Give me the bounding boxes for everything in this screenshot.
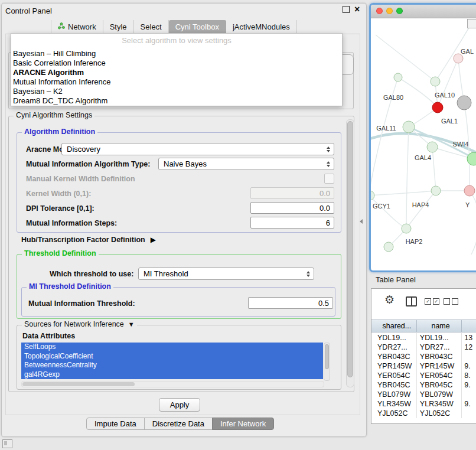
birdseye-toggle-icon[interactable] [467,19,476,28]
table-cell: YBL079W [371,390,417,399]
table-cell: YDR27... [371,343,417,352]
hub-definition-label: Hub/Transcription Factor Definition [21,236,145,244]
algorithm-definition-legend: Algorithm Definition [22,128,97,136]
bottom-tab-infer-network[interactable]: Infer Network [212,418,274,430]
network-node[interactable] [464,185,475,196]
table-row[interactable]: YBL079WYBL079W [371,390,476,399]
settings-scrollbar-thumb[interactable] [347,121,353,377]
gear-icon[interactable]: ⚙ [384,294,395,306]
table-row[interactable]: YDL19...YDL19...13 [371,333,476,343]
network-node[interactable] [431,77,440,86]
float-window-icon[interactable] [343,6,350,13]
bottom-tab-discretize-data[interactable]: Discretize Data [144,418,213,430]
table-cell: YBR043C [417,352,462,361]
attributes-vscrollbar[interactable] [324,343,330,381]
network-node[interactable] [457,96,471,110]
table-row[interactable]: YER054CYER054C8. [371,371,476,380]
attributes-hscrollbar[interactable] [21,381,324,387]
tab-cyni-toolbox[interactable]: Cyni Toolbox [169,20,226,34]
network-node-label: GAL10 [435,92,455,99]
algorithm-placeholder: Select algorithm to view settings [11,34,342,49]
tab-select[interactable]: Select [134,20,169,34]
tab-style[interactable]: Style [103,20,134,34]
attribute-item[interactable]: BetweennessCentrality [21,361,323,370]
tab-network[interactable]: Network [51,20,103,34]
bottom-tab-impute-data[interactable]: Impute Data [86,418,145,430]
network-node[interactable] [454,54,463,63]
hub-definition-expander[interactable]: Hub/Transcription Factor Definition ▶ [21,236,156,244]
network-node[interactable] [384,242,393,252]
mi-threshold-label: Mutual Information Threshold: [28,299,135,308]
minimized-panel-icon[interactable] [2,439,12,448]
table-cell: 9. [462,361,476,371]
table-cell: YBR043C [371,352,417,361]
algorithm-option[interactable]: Basic Correlation Inference [11,58,342,68]
table-row[interactable]: YLR345WYLR345W9. [371,399,476,409]
table-cell: 12 [462,343,476,352]
table-panel-title: Table Panel [376,275,416,284]
mi-threshold-legend: MI Threshold Definition [27,282,113,291]
network-node-label: HAP4 [412,201,429,208]
algorithm-option[interactable]: Dream8 DC_TDC Algorithm [11,96,342,106]
algorithm-option-list: Bayesian – Hill ClimbingBasic Correlatio… [11,49,342,106]
attribute-item[interactable]: SelfLoops [21,343,323,352]
sources-legend[interactable]: Sources for Network Inference ▼ [22,320,137,328]
mi-type-combobox[interactable]: Naive Bayes [158,158,334,170]
network-node[interactable] [467,152,476,165]
table-row[interactable]: YBR043CYBR043C [371,352,476,361]
network-node-label: GAL80 [383,94,403,101]
splitter-collapse-icon[interactable] [360,219,363,224]
control-panel-title: Control Panel [5,6,52,15]
columns-icon[interactable] [406,296,417,306]
close-icon[interactable]: × [354,6,360,13]
table-header-cell[interactable] [462,320,476,332]
network-node[interactable] [394,73,402,81]
table-header-cell[interactable]: shared... [371,320,417,332]
apply-button[interactable]: Apply [159,398,200,412]
which-threshold-combobox[interactable]: MI Threshold [138,268,314,280]
network-node[interactable] [431,186,441,195]
table-cell [462,352,476,361]
table-cell: 9. [462,380,476,390]
table-cell [462,390,476,399]
table-cell [462,409,476,418]
attributes-hscrollbar-thumb[interactable] [22,382,135,386]
settings-scrollbar[interactable] [346,119,354,387]
network-canvas[interactable]: GALGAL80GAL10GAL11GAL1SWI4GAL4GCY1HAP4YH… [371,18,476,269]
network-node[interactable] [432,102,443,113]
attributes-vscrollbar-thumb[interactable] [325,344,329,369]
deselect-all-columns-icon[interactable] [444,298,458,305]
aracne-mode-combobox[interactable]: Discovery [61,143,334,155]
data-attributes-list: SelfLoopsTopologicalCoefficientBetweenne… [21,343,323,379]
select-all-columns-icon[interactable]: ✓ ✓ [425,298,439,305]
kernel-width-field: 0.0 [250,187,334,199]
network-node[interactable] [371,191,374,200]
minimize-traffic-light-icon[interactable] [386,8,393,14]
tab-jactivemnodules[interactable]: jActiveMNodules [226,20,297,34]
network-node[interactable] [402,224,411,233]
table-row[interactable]: YDR27...YDR27...12 [371,343,476,352]
network-node[interactable] [403,121,415,133]
network-node[interactable] [427,142,438,152]
attribute-item[interactable]: TopologicalCoefficient [21,352,323,361]
tab-label: Select [141,22,162,31]
network-window-titlebar[interactable] [371,5,476,18]
zoom-traffic-light-icon[interactable] [396,8,403,14]
algorithm-option[interactable]: Bayesian – K2 [11,87,342,96]
table-row[interactable]: YJL052CYJL052C [371,409,476,418]
dpi-tolerance-field[interactable]: 0.0 [250,202,334,214]
mi-threshold-field[interactable]: 0.5 [248,297,333,309]
table-row[interactable]: YBR045CYBR045C9. [371,380,476,390]
table-cell: YJL052C [371,409,417,418]
table-cell: YDL19... [371,333,417,343]
which-threshold-label: Which threshold to use: [50,270,133,278]
algorithm-option[interactable]: Mutual Information Inference [11,77,342,87]
table-row[interactable]: YPR145WYPR145W9. [371,361,476,371]
attribute-item[interactable]: gal4RGexp [21,370,323,380]
algorithm-option[interactable]: ARACNE Algorithm [11,68,342,77]
dpi-tolerance-label: DPI Tolerance [0,1]: [26,204,94,213]
mi-steps-field[interactable]: 6 [250,217,334,229]
table-header-cell[interactable]: name [417,320,462,332]
algorithm-option[interactable]: Bayesian – Hill Climbing [11,49,342,58]
close-traffic-light-icon[interactable] [376,8,383,14]
